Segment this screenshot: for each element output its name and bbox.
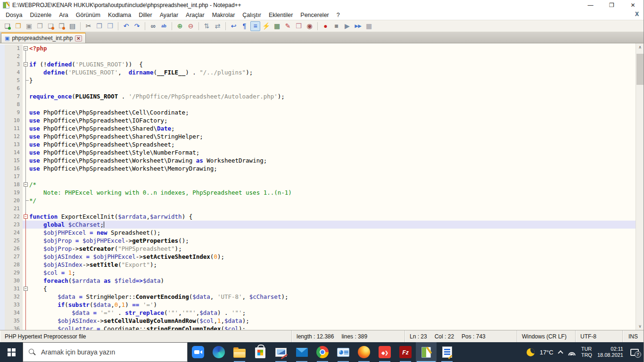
menu-kodlama[interactable]: Kodlama	[104, 10, 135, 20]
fold-margin[interactable]	[23, 309, 29, 317]
code-text[interactable]: use PhpOffice\PhpSpreadsheet\Worksheet\D…	[29, 156, 636, 165]
editor-pane[interactable]: 1−<?php23−if (!defined('PLUGINS_ROOT')) …	[0, 43, 644, 330]
zoom-out-icon[interactable]: ⊖	[186, 21, 196, 31]
fold-margin[interactable]	[23, 237, 29, 245]
macro-save-icon[interactable]: ▦	[364, 21, 374, 31]
bookmark-margin[interactable]	[0, 189, 5, 197]
document-map-icon[interactable]: ▦	[272, 21, 282, 31]
code-text[interactable]: */	[29, 197, 636, 205]
code-text[interactable]: <?php	[29, 44, 636, 52]
taskbar-firefox-icon[interactable]	[354, 342, 374, 362]
fold-margin[interactable]	[23, 68, 29, 76]
close-file-icon[interactable]: ❏	[46, 21, 56, 31]
bookmark-margin[interactable]	[0, 245, 5, 253]
bookmark-margin[interactable]	[0, 92, 5, 100]
code-text[interactable]: $objASIndex = $objPHPExcel->setActiveShe…	[29, 253, 636, 261]
word-wrap-icon[interactable]: ↩	[229, 21, 239, 31]
fold-margin[interactable]	[23, 52, 29, 60]
fold-margin[interactable]	[23, 325, 29, 330]
menu-calistir[interactable]: Çalıştır	[239, 10, 265, 20]
menu-duzenle[interactable]: Düzenle	[26, 10, 55, 20]
tab-close-icon[interactable]: ✕	[75, 35, 82, 41]
scrollbar-thumb[interactable]	[636, 54, 644, 85]
menu-makrolar[interactable]: Makrolar	[208, 10, 239, 20]
fold-collapse-icon[interactable]: −	[24, 182, 28, 187]
bookmark-margin[interactable]	[0, 52, 5, 60]
paste-icon[interactable]: ❒	[105, 21, 115, 31]
code-text[interactable]: use PhpOffice\PhpSpreadsheet\IOFactory;	[29, 116, 636, 124]
find-icon[interactable]: ∞	[148, 21, 158, 31]
taskbar-notepad-plus-plus-icon[interactable]	[416, 342, 437, 362]
fold-collapse-icon[interactable]: −	[24, 46, 28, 50]
bookmark-margin[interactable]	[0, 253, 5, 261]
bookmark-margin[interactable]	[0, 285, 5, 293]
close-all-files-icon[interactable]: ❐	[57, 21, 66, 31]
taskbar-filezilla-icon[interactable]	[395, 342, 416, 362]
bookmark-margin[interactable]	[0, 325, 5, 330]
taskbar-control-panel-app-icon[interactable]	[333, 342, 354, 362]
code-text[interactable]: /*	[29, 181, 636, 189]
code-text[interactable]: use PhpOffice\PhpSpreadsheet\Cell\Coordi…	[29, 108, 636, 116]
bookmark-margin[interactable]	[0, 156, 5, 165]
save-file-icon[interactable]: ▣	[24, 21, 34, 31]
fold-margin[interactable]	[23, 165, 29, 173]
bookmark-margin[interactable]	[0, 205, 5, 213]
code-text[interactable]: $objASIndex->setCellValueByColumnAndRow(…	[29, 317, 636, 325]
code-text[interactable]: $col = 1;	[29, 269, 636, 277]
fold-collapse-icon[interactable]: −	[24, 62, 28, 66]
code-text[interactable]	[29, 84, 636, 92]
bookmark-margin[interactable]	[0, 181, 5, 189]
status-insert-mode[interactable]: INS	[623, 330, 644, 342]
taskbar-chrome-icon[interactable]	[312, 342, 333, 362]
bookmark-margin[interactable]	[0, 277, 5, 285]
code-text[interactable]: use PhpOffice\PhpSpreadsheet\Shared\Date…	[29, 124, 636, 132]
menu-gorunum[interactable]: Görünüm	[72, 10, 104, 20]
fold-margin[interactable]	[23, 100, 29, 108]
bookmark-margin[interactable]	[0, 213, 5, 221]
fold-margin[interactable]	[23, 269, 29, 277]
open-file-icon[interactable]: ❐	[13, 21, 23, 31]
show-indent-guide-icon[interactable]: ≡	[250, 21, 260, 31]
bookmark-margin[interactable]	[0, 44, 5, 52]
macro-play-icon[interactable]: ▶	[342, 21, 352, 31]
bookmark-margin[interactable]	[0, 84, 5, 92]
bookmark-margin[interactable]	[0, 100, 5, 108]
fold-margin[interactable]	[23, 205, 29, 213]
taskbar-mail-icon[interactable]	[291, 342, 312, 362]
fold-margin[interactable]: −	[23, 60, 29, 68]
code-text[interactable]: }	[29, 76, 636, 84]
bookmark-margin[interactable]	[0, 140, 5, 148]
user-defined-language-icon[interactable]: ⚡	[261, 21, 271, 31]
show-all-characters-icon[interactable]: ¶	[239, 21, 249, 31]
bookmark-margin[interactable]	[0, 293, 5, 301]
folder-as-workspace-icon[interactable]: ❒	[294, 21, 304, 31]
fold-margin[interactable]: −	[23, 213, 29, 221]
zoom-in-icon[interactable]: ⊕	[175, 21, 185, 31]
monitoring-icon[interactable]: ◉	[305, 21, 314, 31]
bookmark-margin[interactable]	[0, 309, 5, 317]
macro-run-multiple-icon[interactable]: ▶▶	[353, 21, 363, 31]
sync-vertical-scrolling-icon[interactable]: ⇅	[202, 21, 212, 31]
code-text[interactable]: $objASIndex->setTitle("Export");	[29, 261, 636, 269]
menu-ara[interactable]: Ara	[55, 10, 72, 20]
code-text[interactable]: global $cCharset;	[29, 221, 636, 229]
fold-margin[interactable]	[23, 76, 29, 84]
fold-margin[interactable]	[23, 301, 29, 309]
fold-margin[interactable]	[23, 317, 29, 325]
minimize-button[interactable]: —	[580, 0, 601, 10]
fold-margin[interactable]	[23, 132, 29, 140]
taskbar-anydesk-icon[interactable]	[374, 342, 395, 362]
fold-margin[interactable]	[23, 173, 29, 181]
fold-margin[interactable]	[23, 108, 29, 116]
bookmark-margin[interactable]	[0, 237, 5, 245]
fold-margin[interactable]	[23, 277, 29, 285]
code-text[interactable]: use PhpOffice\PhpSpreadsheet\Style\Numbe…	[29, 148, 636, 156]
replace-icon[interactable]: ab	[159, 21, 169, 31]
fold-margin[interactable]	[23, 197, 29, 205]
fold-margin[interactable]: −	[23, 181, 29, 189]
code-text[interactable]: require_once(PLUGINS_ROOT . '/PhpOffice/…	[29, 92, 636, 100]
code-area[interactable]: 1−<?php23−if (!defined('PLUGINS_ROOT')) …	[0, 44, 636, 330]
code-text[interactable]	[29, 52, 636, 60]
scroll-down-icon[interactable]: ∨	[636, 322, 644, 330]
fold-margin[interactable]	[23, 253, 29, 261]
